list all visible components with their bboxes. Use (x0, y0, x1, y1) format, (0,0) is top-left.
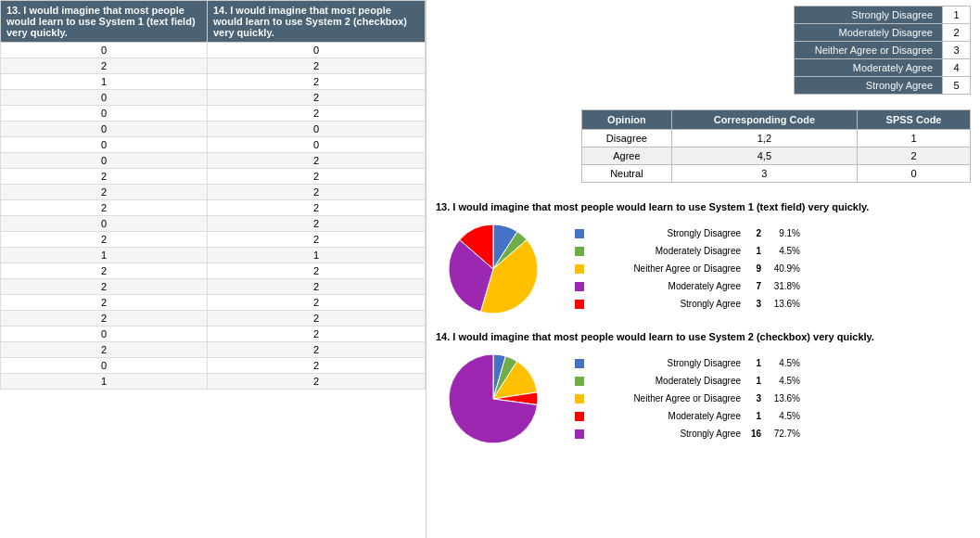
table-cell: 0 (207, 137, 425, 153)
table-cell: 0 (1, 358, 208, 374)
scale-label: Moderately Agree (795, 59, 943, 77)
table-cell: 2 (207, 263, 425, 279)
legend-swatch (575, 300, 584, 309)
col2-header: 14. I would imagine that most people wou… (207, 1, 425, 43)
table-cell: 0 (1, 90, 208, 106)
opinion-cell: Disagree (582, 130, 672, 147)
chart13-section: 13. I would imagine that most people wou… (436, 201, 971, 320)
table-cell: 2 (207, 185, 425, 200)
chart14-pie (436, 348, 556, 450)
opinion-row: Agree4,52 (582, 147, 971, 165)
scale-row: Neither Agree or Disagree3 (795, 42, 971, 59)
legend-pct: 4.5% (765, 355, 800, 372)
legend-count: 3 (745, 391, 761, 407)
table-cell: 2 (1, 295, 208, 311)
table-cell: 2 (207, 295, 425, 311)
table-cell: 2 (207, 169, 425, 185)
left-data-table: 13. I would imagine that most people wou… (0, 0, 426, 538)
legend-pct: 4.5% (765, 408, 800, 425)
table-cell: 1 (207, 248, 425, 263)
table-cell: 0 (1, 106, 208, 122)
table-cell: 0 (1, 327, 208, 342)
scale-value: 4 (943, 59, 971, 77)
table-cell: 2 (207, 374, 425, 390)
chart14-legend: Strongly Disagree14.5%Moderately Disagre… (575, 355, 800, 443)
chart13-title: 13. I would imagine that most people wou… (436, 201, 971, 212)
legend-row: Strongly Agree1672.7% (575, 426, 800, 442)
scale-value: 5 (943, 77, 971, 95)
table-cell: 0 (1, 216, 208, 232)
table-cell: 0 (207, 43, 425, 58)
right-panel: Strongly Disagree1Moderately Disagree2Ne… (426, 0, 980, 538)
scale-label: Neither Agree or Disagree (795, 42, 943, 59)
legend-row: Moderately Disagree14.5% (575, 373, 800, 390)
legend-count: 1 (745, 355, 761, 372)
table-cell: 2 (1, 342, 208, 358)
legend-count: 2 (745, 225, 761, 242)
table-cell: 2 (207, 232, 425, 248)
legend-count: 9 (745, 261, 761, 277)
scale-label: Strongly Disagree (795, 6, 943, 24)
legend-pct: 40.9% (765, 261, 800, 277)
opinion-cell: 0 (858, 165, 971, 183)
table-cell: 2 (207, 90, 425, 106)
opinion-col-header: Corresponding Code (671, 110, 857, 130)
legend-count: 7 (745, 278, 761, 295)
opinion-cell: 1 (858, 130, 971, 147)
table-cell: 2 (1, 58, 208, 74)
table-cell: 2 (207, 327, 425, 342)
legend-swatch (575, 394, 584, 404)
scale-row: Moderately Disagree2 (795, 24, 971, 42)
table-cell: 1 (1, 74, 208, 90)
table-cell: 2 (1, 169, 208, 185)
opinion-col-header: Opinion (582, 110, 672, 130)
legend-label: Neither Agree or Disagree (588, 391, 741, 407)
table-cell: 2 (207, 153, 425, 169)
legend-label: Neither Agree or Disagree (588, 261, 741, 277)
scale-row: Strongly Disagree1 (795, 6, 971, 24)
legend-pct: 4.5% (765, 373, 800, 390)
chart13-pie (436, 218, 556, 320)
legend-label: Strongly Disagree (588, 225, 741, 242)
legend-swatch (575, 247, 584, 256)
table-cell: 0 (1, 153, 208, 169)
chart14-title: 14. I would imagine that most people wou… (436, 331, 971, 342)
legend-swatch (575, 412, 584, 421)
chart14-section: 14. I would imagine that most people wou… (436, 331, 971, 450)
legend-label: Moderately Agree (588, 278, 741, 295)
table-cell: 2 (207, 279, 425, 295)
legend-label: Strongly Agree (588, 426, 741, 442)
chart14-row: Strongly Disagree14.5%Moderately Disagre… (436, 348, 971, 450)
table-cell: 2 (207, 106, 425, 122)
legend-swatch (575, 429, 584, 439)
chart13-legend: Strongly Disagree29.1%Moderately Disagre… (575, 225, 800, 314)
table-cell: 2 (1, 185, 208, 200)
opinion-col-header: SPSS Code (858, 110, 971, 130)
legend-row: Moderately Agree731.8% (575, 278, 800, 295)
col1-header: 13. I would imagine that most people wou… (1, 1, 208, 43)
tables-wrapper: Strongly Disagree1Moderately Disagree2Ne… (581, 6, 971, 192)
data-table: 13. I would imagine that most people wou… (0, 0, 426, 390)
chart13-row: Strongly Disagree29.1%Moderately Disagre… (436, 218, 971, 320)
opinion-cell: Neutral (582, 165, 672, 183)
legend-row: Moderately Disagree14.5% (575, 243, 800, 260)
table-cell: 2 (1, 232, 208, 248)
opinion-cell: Agree (582, 147, 672, 165)
legend-swatch (575, 359, 584, 368)
main-container: 13. I would imagine that most people wou… (0, 0, 980, 538)
opinion-table: OpinionCorresponding CodeSPSS Code Disag… (581, 109, 971, 183)
scale-value: 2 (943, 24, 971, 42)
legend-count: 3 (745, 296, 761, 313)
legend-row: Neither Agree or Disagree313.6% (575, 391, 800, 407)
table-cell: 2 (1, 279, 208, 295)
legend-label: Moderately Disagree (588, 373, 741, 390)
table-cell: 1 (1, 248, 208, 263)
legend-label: Strongly Disagree (588, 355, 741, 372)
legend-count: 16 (745, 426, 761, 442)
legend-row: Neither Agree or Disagree940.9% (575, 261, 800, 277)
legend-count: 1 (745, 408, 761, 425)
legend-swatch (575, 377, 584, 386)
opinion-cell: 2 (858, 147, 971, 165)
opinion-row: Neutral30 (582, 165, 971, 183)
table-cell: 2 (207, 216, 425, 232)
